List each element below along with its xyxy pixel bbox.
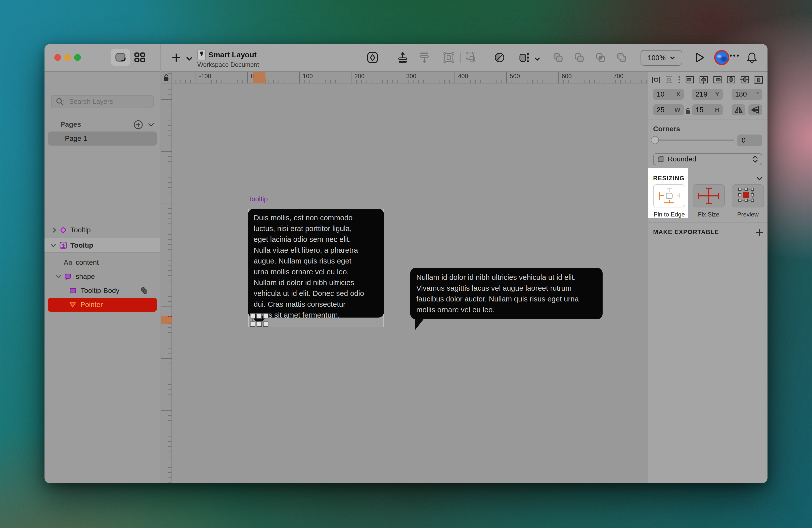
layer-name: Pointer xyxy=(81,301,103,309)
layer-row-tooltip-body[interactable]: Tooltip-Body xyxy=(44,284,160,298)
align-bottom-button[interactable] xyxy=(753,75,764,85)
search-input[interactable]: Search Layers xyxy=(51,95,154,108)
flip-vertical-button[interactable] xyxy=(749,104,762,115)
insert-button[interactable] xyxy=(170,52,182,63)
boolean-union-button[interactable] xyxy=(552,52,564,63)
align-right-button[interactable] xyxy=(712,75,723,85)
horizontal-ruler[interactable]: -1000100200300400500600700 xyxy=(172,72,647,84)
ruler-tick-label: 500 xyxy=(161,457,162,467)
selection-handle[interactable] xyxy=(263,313,269,318)
disclosure-chevron-down-icon[interactable] xyxy=(50,242,57,249)
width-unit: W xyxy=(675,106,680,113)
plus-icon xyxy=(755,228,764,237)
collapse-resizing-button[interactable] xyxy=(753,173,766,185)
zoom-window-button[interactable] xyxy=(74,54,81,61)
pages-header: Pages xyxy=(60,120,81,128)
layer-row-pointer[interactable]: Pointer xyxy=(48,298,157,312)
scale-menu-button[interactable] xyxy=(531,53,543,65)
vertical-ruler[interactable]: -200-1000100200300400500 xyxy=(161,84,172,483)
selection-handle[interactable] xyxy=(257,313,262,318)
ruler-corner[interactable] xyxy=(161,72,172,84)
avatar[interactable] xyxy=(714,50,729,65)
align-middle-vertical-button[interactable] xyxy=(740,75,750,85)
sidebar: Search Layers Pages Page 1 xyxy=(44,72,160,483)
height-field[interactable]: 15H xyxy=(692,104,723,115)
add-export-option-button[interactable] xyxy=(753,227,766,239)
page-list-item[interactable]: Page 1 xyxy=(48,131,157,146)
selection-handle[interactable] xyxy=(250,313,256,318)
layer-row-text[interactable]: Aa content xyxy=(44,255,160,270)
collapse-pages-button[interactable] xyxy=(147,121,155,130)
shape-group-icon xyxy=(63,272,72,281)
add-page-button[interactable] xyxy=(133,119,144,131)
ungroup-button[interactable] xyxy=(465,52,477,63)
ruler-tick-label: -100 xyxy=(161,144,162,156)
resizing-option-fix-size[interactable] xyxy=(693,184,725,208)
layer-name: Tooltip xyxy=(70,226,91,234)
ruler-tick-label: 300 xyxy=(161,353,162,363)
tooltip-1[interactable]: Duis mollis, est non commodo luctus, nis… xyxy=(248,209,384,317)
rectangle-shape-icon xyxy=(69,286,77,295)
align-center-horizontal-button[interactable] xyxy=(698,75,709,85)
layer-name: shape xyxy=(76,273,95,281)
selection-handle[interactable] xyxy=(257,322,262,327)
corner-radius-slider-knob[interactable] xyxy=(651,136,659,144)
titlebar-seam xyxy=(160,44,161,72)
flip-horizontal-button[interactable] xyxy=(731,104,745,115)
insert-menu-button[interactable] xyxy=(183,53,195,65)
subtract-icon xyxy=(573,52,585,63)
unlock-icon xyxy=(163,74,170,82)
canvas[interactable]: Tooltip Duis mollis, est non commodo luc… xyxy=(161,72,647,483)
selection-bounds[interactable] xyxy=(253,316,266,324)
mask-button[interactable] xyxy=(493,52,506,63)
tooltip-2[interactable]: Nullam id dolor id nibh ultricies vehicu… xyxy=(410,268,603,319)
x-value: 10 xyxy=(657,90,664,98)
boolean-union-badge-icon xyxy=(140,286,148,296)
resizing-option-pin-to-edge[interactable] xyxy=(653,184,685,208)
align-left-button[interactable] xyxy=(684,75,695,85)
more-options-icon[interactable] xyxy=(677,75,681,84)
selection-handle[interactable] xyxy=(263,322,269,327)
rotation-field[interactable]: 180° xyxy=(731,89,762,100)
width-field[interactable]: 25W xyxy=(653,104,684,115)
rotation-value: 180 xyxy=(735,90,747,98)
scale-button[interactable] xyxy=(518,52,530,63)
boolean-subtract-button[interactable] xyxy=(573,52,585,63)
distribute-vertically-button[interactable] xyxy=(664,75,674,84)
layer-row-symbol-instance[interactable]: Tooltip xyxy=(44,238,160,253)
corner-style-dropdown[interactable]: Rounded xyxy=(653,153,762,165)
canvas-view-button[interactable] xyxy=(111,49,130,66)
disclosure-chevron-down-icon[interactable] xyxy=(56,273,62,280)
boolean-difference-button[interactable] xyxy=(616,52,628,63)
chevron-down-icon xyxy=(186,55,193,62)
document-title-block[interactable]: Smart Layout Workspace Document xyxy=(197,49,259,68)
y-position-field[interactable]: 219Y xyxy=(692,89,723,100)
canvas-symbol-label[interactable]: Tooltip xyxy=(248,195,268,203)
resizing-option-preview[interactable] xyxy=(732,184,764,208)
minimize-window-button[interactable] xyxy=(64,54,71,61)
layer-row-symbol-master[interactable]: Tooltip xyxy=(44,222,160,238)
layer-list: Tooltip Tooltip Aa content xyxy=(44,222,160,312)
corner-radius-field[interactable]: 0 xyxy=(737,134,762,146)
x-position-field[interactable]: 10X xyxy=(653,89,684,100)
create-symbol-button[interactable] xyxy=(366,52,379,63)
group-button[interactable] xyxy=(443,52,455,63)
distribute-horizontally-button[interactable] xyxy=(651,75,661,84)
corner-radius-slider-track[interactable] xyxy=(653,140,734,141)
selection-handle[interactable] xyxy=(250,322,256,327)
corners-section-label: Corners xyxy=(653,125,680,133)
close-window-button[interactable] xyxy=(54,54,61,61)
send-backward-button[interactable] xyxy=(418,52,430,63)
bring-forward-button[interactable] xyxy=(397,52,409,63)
grid-view-button[interactable] xyxy=(134,51,146,63)
zoom-level-dropdown[interactable]: 100% xyxy=(640,50,682,66)
collaborators-overflow-button[interactable] xyxy=(730,55,739,57)
rounded-corner-icon xyxy=(657,156,664,163)
preview-play-button[interactable] xyxy=(694,52,706,63)
constrain-proportions-unlock-icon[interactable] xyxy=(684,105,692,117)
boolean-intersect-button[interactable] xyxy=(595,52,607,63)
align-top-button[interactable] xyxy=(726,75,737,85)
layer-row-shape-group[interactable]: shape xyxy=(44,270,160,284)
notifications-button[interactable] xyxy=(746,52,758,63)
disclosure-chevron-right-icon[interactable] xyxy=(51,227,58,233)
